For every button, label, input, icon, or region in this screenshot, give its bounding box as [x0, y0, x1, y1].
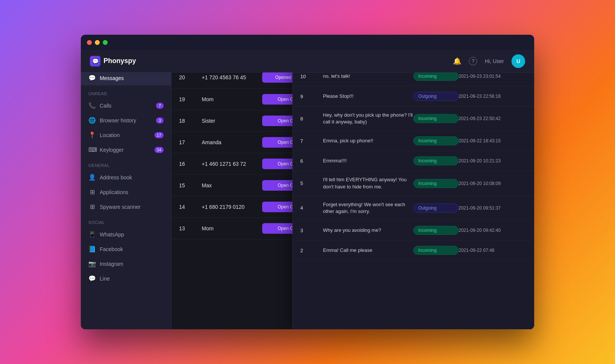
msg-sent-time: 2021-09-23 22:50:42: [459, 116, 527, 121]
row-id: 13: [179, 225, 202, 231]
whatsapp-icon: 📱: [88, 231, 96, 238]
sidebar-item-spyware-scanner[interactable]: ⊞ Spyware scanner: [81, 199, 171, 214]
msg-id: 3: [300, 228, 323, 233]
spyware-icon: ⊞: [88, 203, 96, 210]
state-badge: Incoming: [413, 72, 459, 81]
location-badge: 17: [155, 132, 164, 138]
titlebar: [81, 35, 534, 50]
sidebar-item-applications[interactable]: ⊞ Applications: [81, 185, 171, 199]
row-id: 18: [179, 118, 202, 124]
chat-message-row: 8 Hey, why don't you pick up the phone? …: [293, 106, 534, 131]
sidebar-item-calls[interactable]: 📞 Calls 7: [81, 98, 171, 113]
row-contact: +1 460 1271 63 72: [202, 161, 262, 167]
calls-icon: 📞: [88, 102, 96, 109]
msg-text: Forget everything! We won't see each oth…: [323, 201, 413, 215]
msg-sent-time: 2021-09-20 10:08:09: [459, 181, 527, 186]
chat-message-row: 9 Please Stop!!! Outgoing 2021-09-23 22:…: [293, 86, 534, 106]
chat-detail-popup: ID Message State Sent 10 no, let's talk!…: [292, 50, 534, 329]
msg-id: 8: [300, 116, 323, 122]
logo-text: Phonyspy: [104, 57, 136, 65]
messages-icon: 💬: [88, 74, 96, 82]
state-badge: Incoming: [413, 179, 459, 188]
chat-message-row: 4 Forget everything! We won't see each o…: [293, 196, 534, 221]
sidebar-item-label: Messages: [100, 75, 124, 81]
msg-id: 7: [300, 138, 323, 144]
sidebar-item-keylogger[interactable]: ⌨ Keylogger 34: [81, 142, 171, 157]
unread-section-label: UNREAD: [81, 85, 171, 98]
row-id: 20: [179, 74, 202, 80]
sidebar-item-line[interactable]: 💬 Line: [81, 271, 171, 286]
sidebar-item-browser-history[interactable]: 🌐 Browser history 3: [81, 113, 171, 128]
sidebar-item-label: Calls: [100, 103, 111, 109]
state-badge: Incoming: [413, 226, 459, 235]
main-content: ID Contact Chat Latest message Send Bloc…: [172, 50, 534, 329]
msg-id: 9: [300, 94, 323, 99]
state-badge: Incoming: [413, 136, 459, 145]
row-contact: Max: [202, 182, 262, 188]
applications-icon: ⊞: [88, 188, 96, 196]
sidebar-item-whatsapp[interactable]: 📱 WhatsApp: [81, 227, 171, 242]
close-button[interactable]: [87, 40, 92, 45]
state-badge: Incoming: [413, 246, 459, 255]
sidebar-item-label: Browser history: [100, 117, 136, 123]
sidebar-item-label: WhatsApp: [100, 231, 124, 238]
msg-text: Emma, pick up phone!!: [323, 137, 413, 144]
chat-message-row: 5 I'll tell him EVERYTHING anyway! You d…: [293, 171, 534, 196]
sidebar-item-label: Applications: [100, 189, 128, 195]
maximize-button[interactable]: [103, 40, 108, 45]
row-contact: Mom: [202, 96, 262, 102]
row-id: 16: [179, 161, 202, 167]
header-right: 🔔 ? Hi, User U: [453, 54, 525, 68]
msg-text: Emmma!!!!: [323, 157, 413, 164]
row-id: 17: [179, 139, 202, 145]
traffic-lights: [87, 40, 108, 45]
msg-text: Why are you avoiding me?: [323, 227, 413, 234]
app-header: 💬 Phonyspy 🔔 ? Hi, User U: [81, 50, 534, 72]
chat-message-row: 7 Emma, pick up phone!! Incoming 2021-09…: [293, 131, 534, 151]
sidebar-item-label: Address book: [100, 174, 132, 180]
sidebar-item-messages[interactable]: 💬 Messages: [81, 71, 171, 85]
msg-id: 6: [300, 158, 323, 164]
sidebar-item-label: Keylogger: [100, 147, 124, 153]
msg-sent-time: 2021-09-23 22:56:18: [459, 94, 527, 99]
chat-message-row: 2 Emma! Call me please Incoming 2021-09-…: [293, 241, 534, 261]
sidebar-item-label: Facebook: [100, 246, 123, 252]
help-icon[interactable]: ?: [469, 57, 477, 65]
minimize-button[interactable]: [95, 40, 100, 45]
address-book-icon: 👤: [88, 174, 96, 181]
browser-badge: 3: [156, 117, 164, 123]
sidebar-item-instagram[interactable]: 📷 Instagram: [81, 256, 171, 271]
sidebar-item-label: Spyware scanner: [100, 204, 141, 210]
msg-id: 2: [300, 248, 323, 253]
general-section-label: GENERAL: [81, 157, 171, 170]
notification-icon[interactable]: 🔔: [453, 57, 461, 65]
browser-icon: 🌐: [88, 117, 96, 124]
avatar[interactable]: U: [511, 54, 525, 68]
logo: 💬 Phonyspy: [90, 56, 136, 66]
row-contact: Sister: [202, 118, 262, 124]
state-badge: Incoming: [413, 114, 459, 123]
sidebar-item-address-book[interactable]: 👤 Address book: [81, 170, 171, 185]
logo-icon: 💬: [90, 56, 100, 66]
instagram-icon: 📷: [88, 260, 96, 267]
row-contact: Mom: [202, 225, 262, 231]
sidebar-item-facebook[interactable]: 📘 Facebook: [81, 242, 171, 256]
location-icon: 📍: [88, 131, 96, 139]
msg-id: 4: [300, 205, 323, 211]
msg-text: Hey, why don't you pick up the phone? I'…: [323, 112, 413, 125]
row-id: 14: [179, 204, 202, 210]
sidebar-item-label: Location: [100, 132, 120, 138]
chat-message-row: 6 Emmma!!!! Incoming 2021-09-20 10:21:23: [293, 151, 534, 171]
popup-messages: 10 no, let's talk! Incoming 2021-09-23 2…: [293, 66, 534, 329]
msg-sent-time: 2021-09-20 10:21:23: [459, 158, 527, 163]
state-badge: Outgoing: [413, 204, 459, 213]
msg-sent-time: 2021-09-22 18:43:15: [459, 138, 527, 143]
calls-badge: 7: [156, 103, 164, 109]
state-badge: Incoming: [413, 156, 459, 165]
facebook-icon: 📘: [88, 245, 96, 253]
msg-id: 10: [300, 74, 323, 79]
social-section-label: SOCIAL: [81, 214, 171, 227]
row-contact: Amanda: [202, 139, 262, 145]
sidebar-item-location[interactable]: 📍 Location 17: [81, 128, 171, 142]
keylogger-badge: 34: [155, 147, 164, 153]
